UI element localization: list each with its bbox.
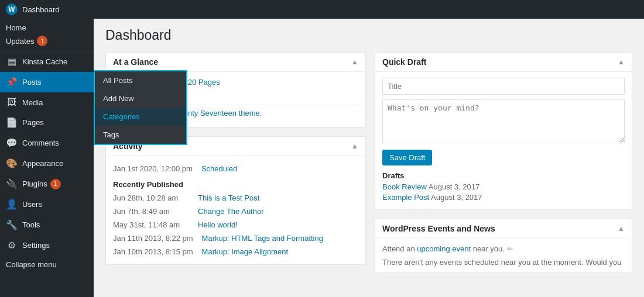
right-column: Quick Draft ▲ Save Draft Drafts Book Rev… [375,52,632,282]
activity-upcoming-date: Jan 1st 2020, 12:00 pm [113,164,193,173]
sidebar-item-plugins[interactable]: 🔌 Plugins 1 [0,174,94,194]
sidebar-home-label: Home [0,19,94,33]
posts-submenu: All Posts Add New Categories Tags [94,70,187,145]
at-a-glance-header: At a Glance ▲ [106,53,365,72]
comments-icon: 💬 [6,137,18,148]
draft-link[interactable]: Book Review [382,182,427,191]
activity-post-date: Jun 28th, 10:28 am [113,194,189,202]
sidebar-item-comments[interactable]: 💬 Comments [0,133,94,153]
draft-link[interactable]: Example Post [382,193,429,202]
posts-label: Posts [22,78,42,87]
activity-posts-list: Jun 28th, 10:28 amThis is a Test PostJun… [113,191,358,258]
activity-upcoming-status: Scheduled [201,164,237,173]
sidebar-section-main: ▤ Kinsta Cache 📌 Posts 🖼 Media 📄 Pages 💬 [0,51,94,255]
main-layout: Home Updates 1 ▤ Kinsta Cache 📌 Posts 🖼 … [0,19,644,297]
pages-icon: 📄 [6,117,18,128]
collapse-menu-button[interactable]: Collapse menu [0,255,94,274]
collapse-menu-label: Collapse menu [6,260,57,269]
sidebar-item-posts[interactable]: 📌 Posts [0,72,94,92]
settings-label: Settings [22,241,50,250]
appearance-label: Appearance [22,159,63,168]
sidebar-item-updates[interactable]: Updates 1 [0,33,94,51]
posts-icon: 📌 [6,77,18,88]
updates-badge: 1 [37,36,47,46]
activity-post-item: Jun 7th, 8:49 amChange The Author [113,205,358,218]
admin-bar-title: Dashboard [22,5,60,14]
pages-label: Pages [22,118,44,127]
wp-logo[interactable]: W [6,4,18,15]
activity-post-link[interactable]: Markup: Image Alignment [202,247,288,256]
activity-post-link[interactable]: This is a Test Post [198,194,259,202]
submenu-add-new[interactable]: Add New [95,89,186,108]
quick-draft-title: Quick Draft [382,57,426,67]
sidebar-item-appearance[interactable]: 🎨 Appearance [0,153,94,174]
quick-draft-title-input[interactable] [382,78,625,95]
activity-post-item: Jun 28th, 10:28 amThis is a Test Post [113,191,358,205]
activity-post-link[interactable]: Markup: HTML Tags and Formatting [202,234,323,243]
at-a-glance-title: At a Glance [113,57,158,67]
wp-events-link[interactable]: upcoming event [417,244,471,253]
activity-recently-published-title: Recently Published [113,180,358,189]
activity-upcoming-item: Jan 1st 2020, 12:00 pm Scheduled [113,162,358,175]
submenu-categories[interactable]: Categories [95,108,186,126]
admin-bar: W Dashboard [0,0,644,19]
kinsta-cache-label: Kinsta Cache [22,57,67,66]
at-a-glance-collapse-icon[interactable]: ▲ [351,58,358,66]
sidebar-item-pages[interactable]: 📄 Pages [0,112,94,133]
updates-label: Updates [6,37,34,46]
sidebar-item-tools[interactable]: 🔧 Tools [0,215,94,235]
quick-draft-content-input[interactable] [382,99,625,143]
quick-draft-header: Quick Draft ▲ [375,53,632,72]
glance-pages-link[interactable]: 20 Pages [188,78,220,87]
page-title: Dashboard [105,27,632,43]
activity-post-date: May 31st, 11:48 am [113,220,189,229]
wp-events-subtext: There aren't any events scheduled near y… [382,258,625,267]
users-label: Users [22,200,42,209]
sidebar-item-settings[interactable]: ⚙ Settings [0,235,94,255]
draft-item: Example Post August 3, 2017 [382,193,625,202]
save-draft-button[interactable]: Save Draft [382,150,432,165]
plugins-label: Plugins [22,179,47,188]
appearance-icon: 🎨 [6,158,18,169]
plugins-badge: 1 [50,179,61,189]
activity-body: Jan 1st 2020, 12:00 pm Scheduled Recentl… [106,156,365,264]
draft-item: Book Review August 3, 2017 [382,182,625,191]
activity-post-item: Jan 11th 2013, 8:22 pmMarkup: HTML Tags … [113,232,358,245]
sidebar-item-kinsta-cache[interactable]: ▤ Kinsta Cache [0,51,94,72]
tools-icon: 🔧 [6,219,18,230]
submenu-tags[interactable]: Tags [95,126,186,144]
wp-events-text: Attend an upcoming event near you. ✏ [382,244,625,253]
kinsta-cache-icon: ▤ [6,56,18,67]
comments-label: Comments [22,139,59,147]
activity-post-date: Jan 10th 2013, 8:15 pm [113,247,193,256]
activity-collapse-icon[interactable]: ▲ [351,142,358,150]
activity-post-link[interactable]: Hello world! [198,220,238,229]
media-icon: 🖼 [6,97,18,108]
activity-post-link[interactable]: Change The Author [198,207,264,216]
wp-events-title: WordPress Events and News [382,224,495,233]
wp-events-header: WordPress Events and News ▲ [375,219,632,239]
drafts-list: Book Review August 3, 2017Example Post A… [382,182,625,202]
activity-post-item: May 31st, 11:48 amHello world! [113,218,358,232]
activity-widget: Activity ▲ Jan 1st 2020, 12:00 pm Schedu… [105,136,366,265]
edit-location-icon[interactable]: ✏ [507,245,513,253]
wp-events-collapse-icon[interactable]: ▲ [618,225,625,233]
drafts-section: Drafts Book Review August 3, 2017Example… [382,171,625,202]
wp-events-widget: WordPress Events and News ▲ Attend an up… [375,219,632,273]
quick-draft-body: Save Draft Drafts Book Review August 3, … [375,72,632,209]
main-content: Dashboard At a Glance ▲ 📌 41 Posts [94,19,644,297]
submenu-all-posts[interactable]: All Posts [95,71,186,89]
drafts-title: Drafts [382,171,625,180]
activity-post-date: Jun 7th, 8:49 am [113,207,189,216]
media-label: Media [22,98,43,107]
tools-label: Tools [22,220,40,229]
sidebar-item-users[interactable]: 👤 Users [0,194,94,215]
quick-draft-widget: Quick Draft ▲ Save Draft Drafts Book Rev… [375,52,632,210]
quick-draft-collapse-icon[interactable]: ▲ [618,58,625,66]
users-icon: 👤 [6,199,18,210]
sidebar: Home Updates 1 ▤ Kinsta Cache 📌 Posts 🖼 … [0,19,94,297]
activity-post-item: Jan 10th 2013, 8:15 pmMarkup: Image Alig… [113,245,358,258]
sidebar-item-media[interactable]: 🖼 Media [0,92,94,112]
wp-events-body: Attend an upcoming event near you. ✏ The… [375,239,632,272]
settings-icon: ⚙ [6,240,18,251]
